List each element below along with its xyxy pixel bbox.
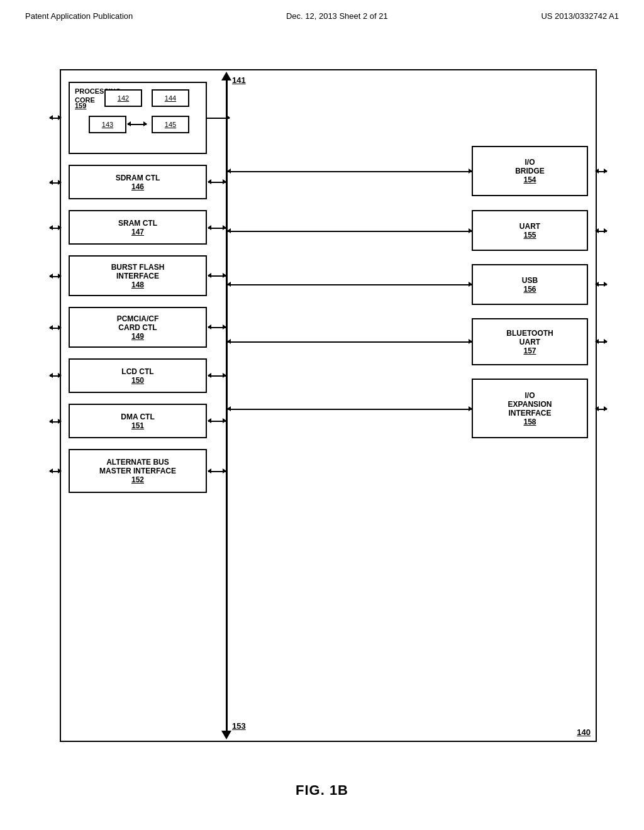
ref-144: 144 [165, 94, 176, 102]
ext-arrow-usb [596, 284, 607, 285]
bus-to-usb [228, 284, 472, 285]
sram-num: 147 [131, 228, 144, 236]
io-expansion-block: I/OEXPANSIONINTERFACE 158 [472, 379, 588, 438]
ref-159: 159 [75, 102, 86, 109]
pcmcia-to-bus [208, 327, 226, 328]
bluetooth-block: BLUETOOTHUART 157 [472, 318, 588, 365]
io-expansion-num: 158 [523, 418, 536, 426]
ext-arrow-bluetooth [596, 341, 607, 343]
pcmcia-label: PCMCIA/CFCARD CTL [117, 314, 159, 332]
sdram-to-bus [208, 182, 226, 183]
ref-142: 142 [118, 94, 129, 102]
bus-arrow-up [221, 72, 231, 80]
header: Patent Application Publication Dec. 12, … [0, 0, 644, 21]
ext-arrow-uart [596, 231, 607, 232]
block-145: 145 [152, 116, 189, 133]
figure-label: FIG. 1B [296, 782, 348, 799]
ext-arrow-burst [50, 276, 61, 277]
bus-label-top: 141 [232, 75, 246, 85]
pcmcia-block: PCMCIA/CFCARD CTL 149 [69, 307, 207, 348]
sram-to-bus [208, 228, 226, 229]
bluetooth-label: BLUETOOTHUART [506, 329, 553, 346]
bus-label-bottom: 153 [232, 721, 246, 731]
ext-arrow-altbus [50, 471, 61, 472]
ext-arrow-lcd [50, 375, 61, 377]
ext-arrow-sdram [50, 182, 61, 184]
altbus-to-bus [208, 471, 226, 472]
pcmcia-num: 149 [131, 332, 144, 341]
ext-arrow-pcmcia [50, 328, 61, 329]
ext-arrow-dma [50, 421, 61, 423]
burst-to-bus [208, 275, 226, 277]
bus-to-uart [228, 231, 472, 232]
bus-arrow-down [221, 731, 231, 739]
alt-bus-block: ALTERNATE BUSMASTER INTERFACE 152 [69, 449, 207, 493]
io-bridge-label: I/OBRIDGE [515, 158, 545, 175]
ext-arrow-io-expansion [596, 409, 607, 410]
dma-label: DMA CTL [121, 412, 155, 421]
block-142: 142 [104, 89, 142, 107]
uart-label: UART [519, 222, 540, 231]
burst-flash-block: BURST FLASHINTERFACE 148 [69, 255, 207, 296]
block-144: 144 [152, 89, 189, 107]
block-143: 143 [89, 116, 126, 133]
dma-to-bus [208, 421, 226, 422]
sdram-label: SDRAM CTL [116, 174, 160, 182]
io-bridge-num: 154 [523, 175, 536, 184]
lcd-to-bus [208, 375, 226, 377]
bus-vertical-line [226, 77, 228, 734]
page: Patent Application Publication Dec. 12, … [0, 0, 644, 830]
sram-block: SRAM CTL 147 [69, 210, 207, 245]
sdram-block: SDRAM CTL 146 [69, 165, 207, 199]
processing-core-block: PROCESSINGCORE 159 142 144 143 [69, 82, 207, 154]
outer-box: 140 141 153 PROCESSINGCORE 159 [60, 69, 597, 742]
lcd-num: 150 [131, 376, 144, 385]
bus-to-bluetooth [228, 341, 472, 343]
dma-num: 151 [131, 421, 144, 430]
bus-to-io-expansion [228, 409, 472, 410]
io-expansion-label: I/OEXPANSIONINTERFACE [508, 391, 552, 418]
ref-143: 143 [102, 121, 113, 128]
usb-num: 156 [523, 285, 536, 294]
bus-to-io-bridge [228, 171, 472, 172]
header-right: US 2013/0332742 A1 [541, 11, 619, 21]
burst-flash-num: 148 [131, 280, 144, 289]
lcd-label: LCD CTL [121, 367, 153, 376]
usb-label: USB [522, 276, 538, 285]
sram-label: SRAM CTL [118, 219, 157, 228]
inner-arrow-h [128, 124, 147, 125]
usb-block: USB 156 [472, 264, 588, 305]
uart-num: 155 [523, 231, 536, 240]
header-center: Dec. 12, 2013 Sheet 2 of 21 [286, 11, 388, 21]
uart-block: UART 155 [472, 210, 588, 251]
dma-block: DMA CTL 151 [69, 404, 207, 438]
header-left: Patent Application Publication [25, 11, 133, 21]
outer-box-label: 140 [577, 728, 591, 737]
ext-arrow-sram [50, 228, 61, 229]
proc-to-bus-arrow [207, 118, 230, 119]
diagram-area: 140 141 153 PROCESSINGCORE 159 [47, 57, 597, 742]
ext-arrow-proc [50, 118, 61, 119]
alt-bus-num: 152 [131, 475, 144, 484]
burst-flash-label: BURST FLASHINTERFACE [111, 263, 165, 280]
ext-arrow-io-bridge [596, 171, 607, 172]
ref-145: 145 [165, 121, 176, 128]
lcd-block: LCD CTL 150 [69, 358, 207, 393]
io-bridge-block: I/OBRIDGE 154 [472, 146, 588, 196]
alt-bus-label: ALTERNATE BUSMASTER INTERFACE [99, 458, 176, 475]
bluetooth-num: 157 [523, 346, 536, 355]
sdram-num: 146 [131, 182, 144, 191]
